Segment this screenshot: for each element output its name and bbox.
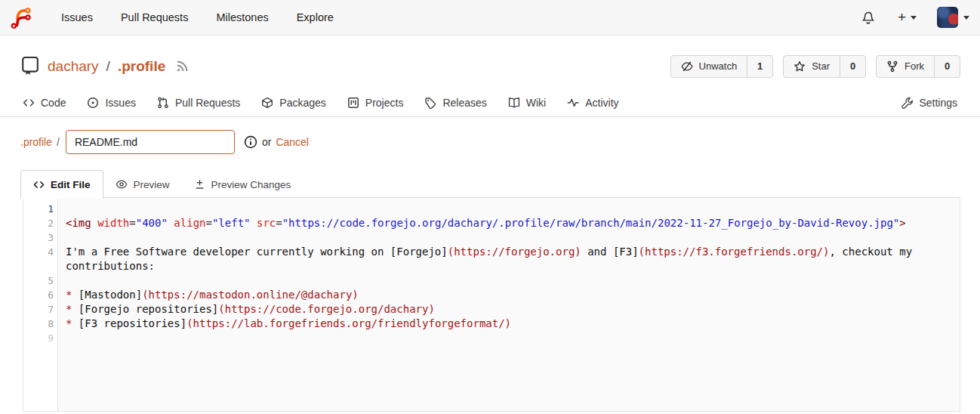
repo-tab-label: Activity [585, 97, 618, 109]
repo-tab-issues[interactable]: Issues [87, 97, 135, 109]
code-token: "400" [136, 217, 168, 229]
nav-item-issues[interactable]: Issues [61, 11, 93, 23]
editor-tab-label: Preview [134, 179, 170, 190]
code-token: contributions: [66, 260, 155, 272]
git-pull-request-icon [157, 97, 169, 109]
repo-tab-packages[interactable]: Packages [261, 97, 325, 109]
code-row: 1 [23, 202, 960, 216]
repo-icon [20, 56, 40, 76]
repo-title: dachary / .profile [20, 56, 189, 76]
nav-item-milestones[interactable]: Milestones [216, 11, 268, 23]
fork-icon [886, 60, 898, 73]
notifications-bell-icon[interactable] [861, 11, 875, 25]
repo-tab-bar: Code Issues Pull Requests [0, 89, 980, 117]
breadcrumb-separator: / [57, 136, 60, 148]
eye-slash-icon [681, 60, 693, 73]
info-icon[interactable] [244, 135, 257, 149]
code-line[interactable]: contributions: [54, 259, 155, 273]
code-token: > [899, 217, 905, 229]
cancel-link[interactable]: Cancel [276, 136, 309, 148]
code-line[interactable]: * [Forgejo repositories](https://code.fo… [54, 302, 435, 317]
code-token: src [257, 217, 276, 229]
diff-icon [194, 179, 205, 190]
code-token: align [174, 217, 205, 229]
nav-item-explore[interactable]: Explore [297, 11, 334, 23]
repo-tab-code[interactable]: Code [23, 97, 66, 109]
code-line[interactable] [54, 230, 66, 245]
user-menu[interactable] [937, 7, 969, 28]
code-token [251, 217, 257, 229]
repo-tab-pull-requests[interactable]: Pull Requests [157, 97, 240, 109]
editor-tab-label: Preview Changes [211, 179, 291, 190]
code-editor[interactable]: 12<img width="400" align="left" src="htt… [23, 197, 960, 412]
tab-edit-file[interactable]: Edit File [20, 170, 103, 199]
repo-tab-settings[interactable]: Settings [901, 97, 957, 109]
repo-tab-activity[interactable]: Activity [567, 97, 618, 109]
book-icon [508, 97, 520, 109]
wrench-icon [901, 97, 913, 109]
repo-tab-label: Packages [279, 97, 325, 109]
repo-tab-label: Projects [365, 97, 404, 109]
code-token: [Forgejo repositories] [79, 303, 218, 315]
code-row: contributions: [23, 259, 960, 273]
code-token: = [129, 217, 135, 229]
code-token: [Mastodon] [79, 289, 142, 301]
repo-tab-projects[interactable]: Projects [347, 97, 404, 109]
unwatch-button[interactable]: Unwatch [671, 56, 748, 77]
nav-item-pull-requests[interactable]: Pull Requests [121, 11, 188, 23]
stars-count[interactable]: 0 [840, 56, 865, 77]
repo-tab-wiki[interactable]: Wiki [508, 97, 546, 109]
line-number: 8 [23, 317, 54, 331]
star-label: Star [812, 60, 830, 72]
watchers-count[interactable]: 1 [747, 56, 772, 77]
user-avatar[interactable] [937, 7, 958, 28]
issue-circle-dot-icon [87, 97, 99, 109]
editor-tab-label: Edit File [51, 179, 91, 190]
forgejo-page: Issues Pull Requests Milestones Explore … [0, 0, 980, 414]
package-icon [261, 97, 273, 109]
code-line[interactable]: I'm a Free Software developer currently … [54, 245, 912, 259]
code-line[interactable] [54, 331, 66, 345]
or-text: or [262, 136, 271, 148]
star-icon [794, 60, 806, 73]
tab-preview[interactable]: Preview [103, 171, 182, 198]
repo-tab-label: Code [41, 97, 66, 109]
code-token: width [97, 217, 129, 229]
code-row: 5 [23, 273, 960, 288]
code-line[interactable]: * [F3 repositories](https://lab.forgefri… [54, 317, 511, 331]
code-row: 8* [F3 repositories](https://lab.forgefr… [23, 317, 960, 331]
repo-tab-releases[interactable]: Releases [424, 97, 486, 109]
eye-icon [116, 178, 128, 190]
project-board-icon [347, 97, 359, 109]
tab-preview-changes[interactable]: Preview Changes [182, 171, 304, 198]
code-line[interactable]: <img width="400" align="left" src="https… [54, 216, 906, 230]
rss-feed-icon[interactable] [176, 60, 189, 73]
repo-title-separator: / [106, 58, 110, 75]
line-number: 4 [23, 245, 54, 259]
code-token: (https://f3.forgefriends.org/) [639, 246, 830, 258]
caret-down-icon [963, 16, 969, 20]
code-token: "https://code.forgejo.org/dachary/.profi… [282, 217, 900, 229]
code-token: = [206, 217, 212, 229]
repo-name-link[interactable]: .profile [118, 58, 165, 75]
filename-input[interactable] [66, 130, 235, 154]
breadcrumb-dir-link[interactable]: .profile [20, 136, 52, 148]
code-row: 3 [23, 230, 960, 245]
repo-actions: Unwatch 1 Star 0 [670, 55, 960, 78]
code-rows: 12<img width="400" align="left" src="htt… [23, 198, 960, 345]
line-number [23, 259, 54, 273]
code-token: I'm a Free Software developer currently … [66, 246, 448, 258]
repo-tab-label: Wiki [526, 97, 546, 109]
top-navbar: Issues Pull Requests Milestones Explore … [0, 0, 980, 36]
create-new-button[interactable]: + [898, 9, 917, 26]
repo-tab-label: Issues [105, 97, 135, 109]
forks-count[interactable]: 0 [935, 56, 960, 77]
repo-owner-link[interactable]: dachary [48, 58, 99, 75]
star-button[interactable]: Star [784, 56, 840, 77]
forgejo-logo-icon[interactable] [11, 5, 33, 29]
fork-button[interactable]: Fork [877, 56, 935, 77]
code-line[interactable] [54, 273, 66, 288]
plus-icon: + [898, 9, 906, 26]
code-line[interactable]: * [Mastodon](https://mastodon.online/@da… [54, 288, 359, 302]
code-line[interactable] [54, 202, 66, 216]
